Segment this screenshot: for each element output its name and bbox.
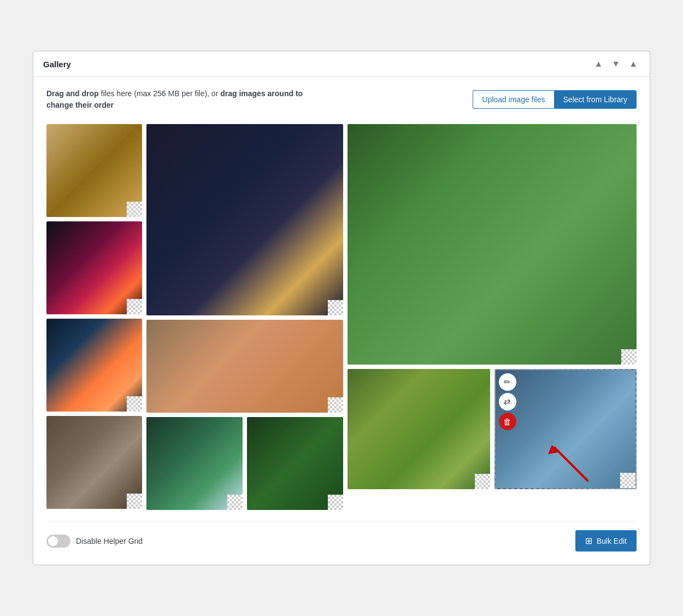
gallery-widget: Gallery ▲ ▼ ▲ Drag and drop files here (… — [33, 51, 650, 565]
toggle-label: Disable Helper Grid — [76, 537, 143, 545]
upload-buttons: Upload image files Select from Library — [473, 90, 637, 109]
bulk-edit-button[interactable]: ⊞ Bulk Edit — [575, 530, 637, 552]
collapse-up-button[interactable]: ▲ — [592, 58, 605, 70]
gallery-title: Gallery — [43, 60, 71, 69]
header-controls: ▲ ▼ ▲ — [592, 58, 640, 70]
collapse-down-button[interactable]: ▼ — [609, 58, 622, 70]
gallery-image-1[interactable] — [46, 124, 142, 217]
footer-bar: Disable Helper Grid ⊞ Bulk Edit — [46, 521, 637, 552]
swap-icon: ⇄ — [504, 397, 511, 407]
gallery-image-9[interactable] — [348, 124, 637, 365]
grid-icon: ⊞ — [585, 536, 592, 546]
disable-helper-grid-toggle[interactable] — [46, 535, 70, 548]
gallery-image-3[interactable] — [46, 319, 142, 412]
gallery-image-4[interactable] — [46, 416, 142, 509]
gallery-image-2[interactable] — [46, 221, 142, 314]
gallery-image-6[interactable] — [146, 320, 343, 413]
upload-area: Drag and drop files here (max 256 MB per… — [46, 88, 637, 111]
select-from-library-button[interactable]: Select from Library — [554, 90, 637, 109]
collapse-button[interactable]: ▲ — [627, 58, 640, 70]
gallery-image-5[interactable] — [146, 124, 343, 315]
upload-image-files-button[interactable]: Upload image files — [473, 90, 554, 109]
gallery-image-10[interactable] — [348, 369, 490, 489]
trash-icon: 🗑 — [503, 417, 511, 426]
toggle-wrap: Disable Helper Grid — [46, 535, 143, 548]
image-actions: ✏ ⇄ 🗑 — [499, 373, 516, 430]
gallery-header: Gallery ▲ ▼ ▲ — [33, 51, 650, 77]
edit-image-button[interactable]: ✏ — [499, 373, 516, 391]
gallery-image-7[interactable] — [146, 417, 243, 510]
swap-image-button[interactable]: ⇄ — [499, 393, 516, 410]
gallery-image-8[interactable] — [247, 417, 343, 510]
gallery-body: Drag and drop files here (max 256 MB per… — [33, 77, 650, 565]
pencil-icon: ✏ — [504, 377, 511, 387]
upload-description: Drag and drop files here (max 256 MB per… — [46, 88, 303, 111]
delete-image-button[interactable]: 🗑 — [499, 413, 516, 430]
